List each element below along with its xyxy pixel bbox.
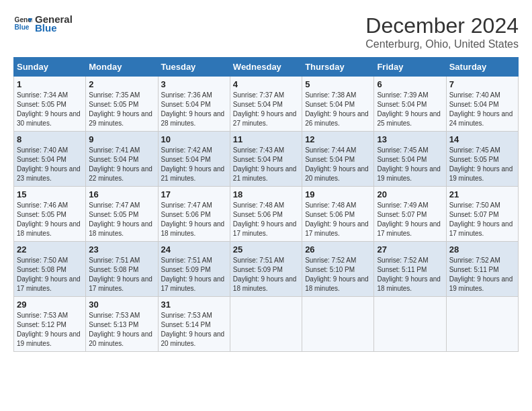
calendar-cell: 28 Sunrise: 7:52 AMSunset: 5:11 PMDaylig… <box>446 242 518 297</box>
calendar-cell <box>446 297 518 352</box>
calendar-week-row: 15 Sunrise: 7:46 AMSunset: 5:05 PMDaylig… <box>14 187 519 242</box>
day-info: Sunrise: 7:39 AMSunset: 5:04 PMDaylight:… <box>377 91 441 127</box>
day-number: 13 <box>377 134 443 144</box>
day-info: Sunrise: 7:51 AMSunset: 5:08 PMDaylight:… <box>89 257 152 292</box>
day-number: 31 <box>161 300 227 310</box>
day-info: Sunrise: 7:53 AMSunset: 5:12 PMDaylight:… <box>17 312 81 347</box>
calendar-cell: 20 Sunrise: 7:49 AMSunset: 5:07 PMDaylig… <box>374 187 446 242</box>
day-info: Sunrise: 7:34 AMSunset: 5:05 PMDaylight:… <box>17 91 81 127</box>
day-number: 24 <box>161 244 227 255</box>
page-title: December 2024 <box>365 13 519 38</box>
day-info: Sunrise: 7:45 AMSunset: 5:04 PMDaylight:… <box>377 146 441 182</box>
calendar-cell: 2 Sunrise: 7:35 AMSunset: 5:05 PMDayligh… <box>86 77 158 132</box>
day-number: 2 <box>89 79 154 89</box>
day-number: 5 <box>305 79 371 89</box>
day-number: 29 <box>17 300 83 310</box>
day-info: Sunrise: 7:51 AMSunset: 5:09 PMDaylight:… <box>233 257 297 292</box>
day-info: Sunrise: 7:37 AMSunset: 5:04 PMDaylight:… <box>233 91 297 127</box>
page-subtitle: Centerburg, Ohio, United States <box>365 38 519 50</box>
day-number: 28 <box>449 244 515 255</box>
day-number: 10 <box>161 134 227 144</box>
calendar-cell: 26 Sunrise: 7:52 AMSunset: 5:10 PMDaylig… <box>302 242 374 297</box>
calendar-cell: 7 Sunrise: 7:40 AMSunset: 5:04 PMDayligh… <box>446 77 518 132</box>
day-number: 23 <box>89 244 154 255</box>
day-number: 14 <box>449 134 515 144</box>
day-info: Sunrise: 7:47 AMSunset: 5:06 PMDaylight:… <box>161 201 225 237</box>
day-number: 22 <box>17 244 83 255</box>
col-thursday: Thursday <box>302 58 374 77</box>
day-info: Sunrise: 7:52 AMSunset: 5:11 PMDaylight:… <box>449 257 513 292</box>
day-info: Sunrise: 7:48 AMSunset: 5:06 PMDaylight:… <box>305 201 369 237</box>
calendar-cell: 12 Sunrise: 7:44 AMSunset: 5:04 PMDaylig… <box>302 132 374 187</box>
day-number: 7 <box>449 79 515 89</box>
day-number: 26 <box>305 244 371 255</box>
calendar-body: 1 Sunrise: 7:34 AMSunset: 5:05 PMDayligh… <box>14 77 519 352</box>
calendar-week-row: 22 Sunrise: 7:50 AMSunset: 5:08 PMDaylig… <box>14 242 519 297</box>
calendar-cell: 14 Sunrise: 7:45 AMSunset: 5:05 PMDaylig… <box>446 132 518 187</box>
logo-blue: Blue <box>35 22 73 34</box>
day-info: Sunrise: 7:52 AMSunset: 5:10 PMDaylight:… <box>305 257 369 292</box>
calendar-cell: 17 Sunrise: 7:47 AMSunset: 5:06 PMDaylig… <box>158 187 230 242</box>
day-number: 12 <box>305 134 371 144</box>
day-info: Sunrise: 7:38 AMSunset: 5:04 PMDaylight:… <box>305 91 369 127</box>
calendar-cell: 18 Sunrise: 7:48 AMSunset: 5:06 PMDaylig… <box>230 187 302 242</box>
calendar-cell: 1 Sunrise: 7:34 AMSunset: 5:05 PMDayligh… <box>14 77 86 132</box>
calendar-week-row: 8 Sunrise: 7:40 AMSunset: 5:04 PMDayligh… <box>14 132 519 187</box>
day-info: Sunrise: 7:43 AMSunset: 5:04 PMDaylight:… <box>233 146 297 182</box>
col-friday: Friday <box>374 58 446 77</box>
day-number: 6 <box>377 79 443 89</box>
day-number: 18 <box>233 189 299 199</box>
calendar-cell: 11 Sunrise: 7:43 AMSunset: 5:04 PMDaylig… <box>230 132 302 187</box>
day-info: Sunrise: 7:35 AMSunset: 5:05 PMDaylight:… <box>89 91 152 127</box>
title-area: December 2024 Centerburg, Ohio, United S… <box>365 13 519 50</box>
calendar-cell: 23 Sunrise: 7:51 AMSunset: 5:08 PMDaylig… <box>86 242 158 297</box>
day-info: Sunrise: 7:51 AMSunset: 5:09 PMDaylight:… <box>161 257 225 292</box>
calendar-week-row: 1 Sunrise: 7:34 AMSunset: 5:05 PMDayligh… <box>14 77 519 132</box>
day-number: 19 <box>305 189 371 199</box>
day-info: Sunrise: 7:42 AMSunset: 5:04 PMDaylight:… <box>161 146 225 182</box>
calendar-cell: 27 Sunrise: 7:52 AMSunset: 5:11 PMDaylig… <box>374 242 446 297</box>
calendar-cell: 30 Sunrise: 7:53 AMSunset: 5:13 PMDaylig… <box>86 297 158 352</box>
general-blue-logo-icon: General Blue <box>13 14 32 33</box>
day-info: Sunrise: 7:53 AMSunset: 5:13 PMDaylight:… <box>89 312 152 347</box>
calendar-cell <box>230 297 302 352</box>
day-info: Sunrise: 7:40 AMSunset: 5:04 PMDaylight:… <box>17 146 81 182</box>
calendar-table: Sunday Monday Tuesday Wednesday Thursday… <box>13 57 519 352</box>
calendar-cell: 10 Sunrise: 7:42 AMSunset: 5:04 PMDaylig… <box>158 132 230 187</box>
day-number: 17 <box>161 189 227 199</box>
col-monday: Monday <box>86 58 158 77</box>
calendar-cell: 16 Sunrise: 7:47 AMSunset: 5:05 PMDaylig… <box>86 187 158 242</box>
calendar-cell: 3 Sunrise: 7:36 AMSunset: 5:04 PMDayligh… <box>158 77 230 132</box>
svg-text:Blue: Blue <box>15 24 30 31</box>
day-info: Sunrise: 7:36 AMSunset: 5:04 PMDaylight:… <box>161 91 225 127</box>
day-number: 27 <box>377 244 443 255</box>
page-header: General Blue General Blue December 2024 … <box>13 13 519 50</box>
day-info: Sunrise: 7:52 AMSunset: 5:11 PMDaylight:… <box>377 257 441 292</box>
col-saturday: Saturday <box>446 58 518 77</box>
calendar-cell: 9 Sunrise: 7:41 AMSunset: 5:04 PMDayligh… <box>86 132 158 187</box>
calendar-week-row: 29 Sunrise: 7:53 AMSunset: 5:12 PMDaylig… <box>14 297 519 352</box>
calendar-cell: 15 Sunrise: 7:46 AMSunset: 5:05 PMDaylig… <box>14 187 86 242</box>
day-number: 3 <box>161 79 227 89</box>
calendar-cell: 25 Sunrise: 7:51 AMSunset: 5:09 PMDaylig… <box>230 242 302 297</box>
day-number: 11 <box>233 134 299 144</box>
calendar-cell: 21 Sunrise: 7:50 AMSunset: 5:07 PMDaylig… <box>446 187 518 242</box>
calendar-cell: 5 Sunrise: 7:38 AMSunset: 5:04 PMDayligh… <box>302 77 374 132</box>
day-info: Sunrise: 7:45 AMSunset: 5:05 PMDaylight:… <box>449 146 513 182</box>
day-number: 4 <box>233 79 299 89</box>
day-number: 9 <box>89 134 154 144</box>
day-number: 15 <box>17 189 83 199</box>
calendar-cell: 22 Sunrise: 7:50 AMSunset: 5:08 PMDaylig… <box>14 242 86 297</box>
logo: General Blue General Blue <box>13 13 73 34</box>
day-number: 25 <box>233 244 299 255</box>
calendar-cell <box>302 297 374 352</box>
day-info: Sunrise: 7:48 AMSunset: 5:06 PMDaylight:… <box>233 201 297 237</box>
calendar-cell: 24 Sunrise: 7:51 AMSunset: 5:09 PMDaylig… <box>158 242 230 297</box>
calendar-cell: 31 Sunrise: 7:53 AMSunset: 5:14 PMDaylig… <box>158 297 230 352</box>
day-number: 16 <box>89 189 154 199</box>
calendar-cell <box>374 297 446 352</box>
day-info: Sunrise: 7:41 AMSunset: 5:04 PMDaylight:… <box>89 146 152 182</box>
day-info: Sunrise: 7:50 AMSunset: 5:08 PMDaylight:… <box>17 257 81 292</box>
day-info: Sunrise: 7:47 AMSunset: 5:05 PMDaylight:… <box>89 201 152 237</box>
day-number: 8 <box>17 134 83 144</box>
